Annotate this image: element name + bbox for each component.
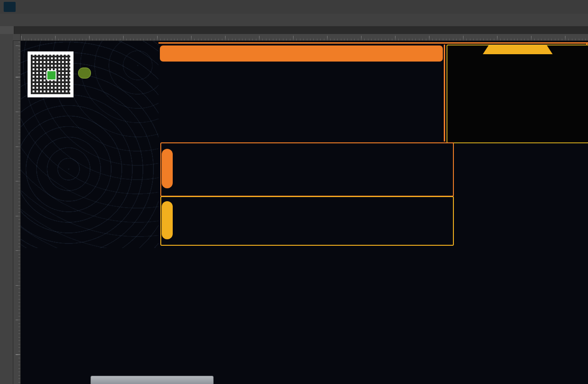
scan-caption [78,68,91,79]
document-tab-bar [0,26,588,34]
floating-toolbar[interactable] [90,376,214,384]
calendar-banner [160,45,443,62]
photoshop-window [0,0,588,384]
phase-header-row [46,246,587,262]
special-label [162,201,173,239]
horizontal-ruler[interactable] [20,34,588,41]
qr-code [28,51,74,97]
monthly-activities-box [160,142,454,197]
vertical-ruler[interactable] [13,40,21,384]
special-activities-box [160,196,454,246]
poster-divider [444,45,445,141]
tool-options-bar [0,14,588,27]
poster-frame-top [158,42,588,44]
monthly-label [162,149,173,188]
tools-panel [0,34,13,384]
ruler-corner [13,34,21,41]
document-tab[interactable] [0,26,14,34]
wechat-icon [46,70,57,80]
photoshop-logo-icon [4,2,16,12]
menu-bar [0,0,588,14]
tips-title [483,45,553,54]
marketing-tips-panel [447,45,588,143]
